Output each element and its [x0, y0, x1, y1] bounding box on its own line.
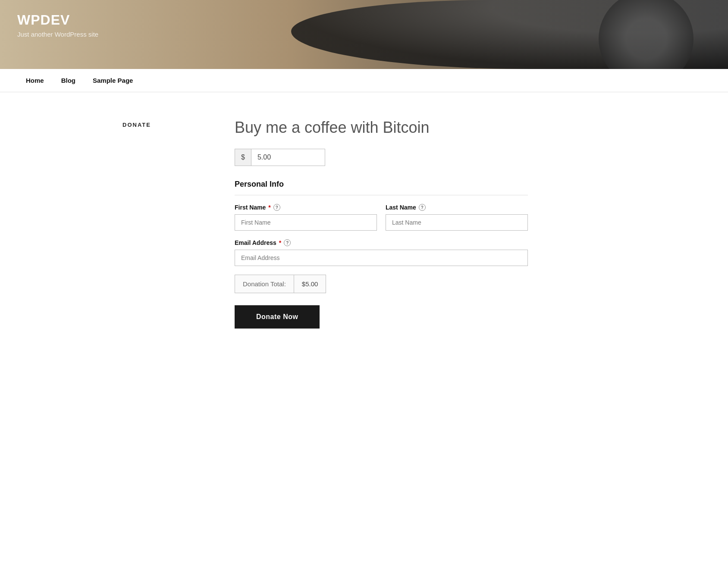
email-required: *	[279, 239, 281, 246]
email-label-text: Email Address	[235, 239, 276, 246]
email-label: Email Address * ?	[235, 239, 528, 246]
nav-link-home[interactable]: Home	[17, 69, 53, 92]
amount-prefix: $	[235, 149, 251, 166]
first-name-required: *	[268, 204, 270, 211]
donate-now-button[interactable]: Donate Now	[235, 305, 320, 329]
personal-info-section: Personal Info First Name * ? Last Name ?	[235, 180, 528, 329]
sidebar: DONATE	[122, 118, 217, 329]
site-tagline: Just another WordPress site	[17, 31, 98, 38]
site-title: WPDEV	[17, 12, 98, 28]
first-name-label-text: First Name	[235, 204, 266, 211]
first-name-input[interactable]	[235, 214, 377, 231]
donation-total-row: Donation Total: $5.00	[235, 275, 326, 293]
email-input[interactable]	[235, 250, 528, 266]
site-header: WPDEV Just another WordPress site	[0, 0, 728, 69]
donate-form-area: Buy me a coffee with Bitcoin $ Personal …	[235, 118, 528, 329]
nav-item-sample-page[interactable]: Sample Page	[84, 69, 141, 92]
last-name-label: Last Name ?	[386, 204, 528, 211]
amount-row: $	[235, 149, 325, 166]
last-name-input[interactable]	[386, 214, 528, 231]
site-nav: Home Blog Sample Page	[0, 69, 728, 92]
last-name-label-text: Last Name	[386, 204, 416, 211]
sidebar-section-title: DONATE	[122, 118, 217, 128]
nav-link-sample-page[interactable]: Sample Page	[84, 69, 141, 92]
first-name-help-icon[interactable]: ?	[273, 204, 280, 211]
nav-list: Home Blog Sample Page	[17, 69, 711, 92]
last-name-help-icon[interactable]: ?	[419, 204, 426, 211]
email-help-icon[interactable]: ?	[284, 239, 291, 246]
donation-total-value: $5.00	[294, 275, 326, 293]
first-name-field-group: First Name * ?	[235, 204, 377, 231]
donate-heading: Buy me a coffee with Bitcoin	[235, 118, 528, 137]
nav-item-home[interactable]: Home	[17, 69, 53, 92]
fields-grid: First Name * ? Last Name ?	[235, 204, 528, 266]
site-branding: WPDEV Just another WordPress site	[17, 12, 98, 38]
donation-total-label: Donation Total:	[235, 275, 294, 293]
main-content: DONATE Buy me a coffee with Bitcoin $ Pe…	[105, 92, 623, 354]
nav-item-blog[interactable]: Blog	[53, 69, 84, 92]
personal-info-heading: Personal Info	[235, 180, 528, 195]
last-name-field-group: Last Name ?	[386, 204, 528, 231]
email-field-group: Email Address * ?	[235, 239, 528, 266]
amount-input[interactable]	[251, 149, 312, 166]
first-name-label: First Name * ?	[235, 204, 377, 211]
nav-link-blog[interactable]: Blog	[53, 69, 84, 92]
